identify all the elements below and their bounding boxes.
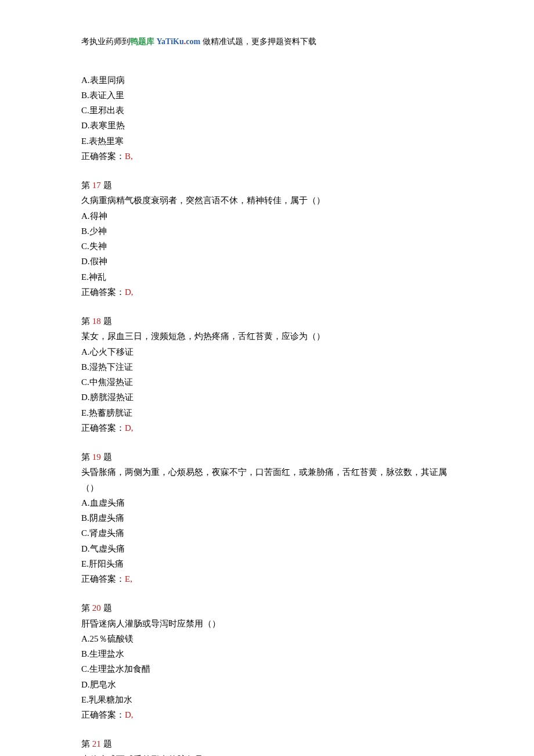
option-d: D.膀胱湿热证	[81, 390, 453, 405]
option-e: E.热蓄膀胱证	[81, 405, 453, 420]
title-num: 21	[92, 739, 101, 748]
answer-label: 正确答案：	[81, 710, 125, 719]
option-b: B.生理盐水	[81, 646, 453, 661]
question-17: 第 17 题 久病重病精气极度衰弱者，突然言语不休，精神转佳，属于（） A.得神…	[81, 178, 453, 300]
answer-line: 正确答案：B,	[81, 149, 453, 164]
question-19: 第 19 题 头昏胀痛，两侧为重，心烦易怒，夜寐不宁，口苦面红，或兼胁痛，舌红苔…	[81, 449, 453, 586]
question-title: 第 19 题	[81, 449, 453, 465]
title-num: 17	[92, 181, 101, 190]
answer-value: D,	[125, 423, 134, 433]
option-c: C.生理盐水加食醋	[81, 661, 453, 676]
answer-label: 正确答案：	[81, 287, 125, 297]
answer-label: 正确答案：	[81, 574, 125, 584]
option-b: B.阴虚头痛	[81, 510, 453, 525]
title-num: 20	[92, 603, 101, 613]
answer-line: 正确答案：D,	[81, 285, 453, 300]
question-title: 第 17 题	[81, 178, 453, 193]
option-e: E.表热里寒	[81, 134, 453, 149]
title-pre: 第	[81, 603, 92, 613]
brand-com: com	[186, 37, 200, 46]
title-post: 题	[101, 603, 112, 613]
title-post: 题	[101, 181, 112, 190]
question-stem: 肝昏迷病人灌肠或导泻时应禁用（）	[81, 616, 453, 631]
option-a: A.得神	[81, 208, 453, 224]
question-21: 第 21 题 素体痰盛而感受外邪者的脉象是（） A.浮数脉 B.滑数脉 C.浮紧…	[81, 736, 453, 756]
title-pre: 第	[81, 739, 92, 748]
option-c: C.里邪出表	[81, 103, 453, 118]
answer-line: 正确答案：E,	[81, 571, 453, 586]
title-post: 题	[101, 452, 112, 462]
option-e: E.肝阳头痛	[81, 556, 453, 571]
option-b: B.湿热下注证	[81, 359, 453, 375]
title-post: 题	[101, 316, 112, 326]
option-c: C.肾虚头痛	[81, 525, 453, 541]
page-header: 考执业药师到鸭题库 YaTiKu.com 做精准试题，更多押题资料下载	[81, 35, 453, 49]
title-num: 19	[92, 452, 101, 462]
question-stem: 某女，尿血三日，溲频短急，灼热疼痛，舌红苔黄，应诊为（）	[81, 329, 453, 344]
answer-label: 正确答案：	[81, 423, 125, 433]
answer-label: 正确答案：	[81, 152, 125, 161]
option-a: A.25％硫酸镁	[81, 631, 453, 646]
question-title: 第 20 题	[81, 600, 453, 615]
title-post: 题	[101, 739, 112, 748]
brand-yatiku: YaTiKu	[157, 37, 184, 46]
option-a: A.表里同病	[81, 73, 453, 88]
option-b: B.少神	[81, 224, 453, 239]
title-pre: 第	[81, 181, 92, 190]
question-18: 第 18 题 某女，尿血三日，溲频短急，灼热疼痛，舌红苔黄，应诊为（） A.心火…	[81, 314, 453, 435]
option-d: D.表寒里热	[81, 118, 453, 133]
option-e: E.神乱	[81, 269, 453, 285]
answer-value: B,	[125, 152, 133, 161]
title-pre: 第	[81, 316, 92, 326]
question-16-partial: A.表里同病 B.表证入里 C.里邪出表 D.表寒里热 E.表热里寒 正确答案：…	[81, 73, 453, 164]
title-num: 18	[92, 316, 101, 326]
option-d: D.气虚头痛	[81, 541, 453, 556]
option-b: B.表证入里	[81, 88, 453, 103]
header-green: 鸭题库	[130, 37, 154, 46]
header-brand: YaTiKu.com	[157, 37, 201, 46]
option-c: C.中焦湿热证	[81, 375, 453, 390]
title-pre: 第	[81, 452, 92, 462]
question-title: 第 18 题	[81, 314, 453, 329]
answer-line: 正确答案：D,	[81, 420, 453, 435]
question-stem: 头昏胀痛，两侧为重，心烦易怒，夜寐不宁，口苦面红，或兼胁痛，舌红苔黄，脉弦数，其…	[81, 465, 453, 495]
option-c: C.失神	[81, 239, 453, 254]
answer-value: D,	[125, 287, 134, 297]
option-a: A.血虚头痛	[81, 495, 453, 510]
question-stem: 久病重病精气极度衰弱者，突然言语不休，精神转佳，属于（）	[81, 193, 453, 208]
option-e: E.乳果糖加水	[81, 692, 453, 707]
question-20: 第 20 题 肝昏迷病人灌肠或导泻时应禁用（） A.25％硫酸镁 B.生理盐水 …	[81, 600, 453, 722]
answer-value: E,	[125, 574, 132, 584]
option-d: D.假神	[81, 254, 453, 269]
answer-line: 正确答案：D,	[81, 707, 453, 722]
header-suffix: 做精准试题，更多押题资料下载	[200, 37, 316, 46]
answer-value: D,	[125, 710, 134, 719]
option-a: A.心火下移证	[81, 344, 453, 359]
question-title: 第 21 题	[81, 736, 453, 751]
option-d: D.肥皂水	[81, 677, 453, 692]
question-stem: 素体痰盛而感受外邪者的脉象是（）	[81, 752, 453, 757]
header-prefix: 考执业药师到	[81, 37, 130, 46]
